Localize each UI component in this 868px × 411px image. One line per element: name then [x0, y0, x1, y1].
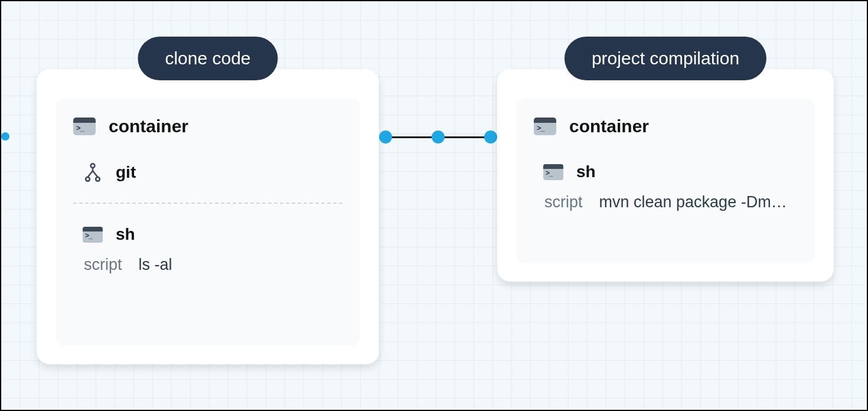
step-git[interactable]: git [73, 156, 342, 187]
pipeline-canvas[interactable]: clone code container [0, 0, 868, 411]
svg-point-1 [86, 177, 90, 181]
script-key: script [544, 193, 583, 211]
stage-body: container git [56, 99, 360, 345]
step-sh[interactable]: sh script ls -al [73, 219, 342, 279]
svg-point-2 [96, 177, 100, 181]
script-value: ls -al [139, 256, 172, 274]
stage-body: container sh script mvn clean package -D… [516, 99, 815, 263]
step-name: sh [116, 225, 135, 244]
stage-title-pill[interactable]: clone code [138, 37, 278, 80]
step-name: sh [576, 162, 596, 181]
container-label: container [109, 116, 188, 136]
git-branch-icon [83, 162, 103, 182]
container-header[interactable]: container [73, 116, 342, 136]
container-label: container [569, 116, 649, 136]
terminal-icon [534, 118, 556, 135]
terminal-icon [543, 164, 563, 180]
script-key: script [84, 256, 122, 274]
container-header[interactable]: container [534, 116, 797, 136]
step-script-row: script ls -al [84, 256, 342, 274]
step-script-row: script mvn clean package -Dm… [544, 193, 797, 211]
incoming-connector-dot [1, 132, 9, 141]
script-value: mvn clean package -Dm… [599, 193, 787, 211]
connector-dot[interactable] [379, 131, 392, 143]
stage-connector[interactable] [379, 130, 497, 144]
stage-card-project-compilation[interactable]: project compilation container sh script … [497, 69, 834, 282]
terminal-icon [83, 227, 103, 243]
stage-title-pill[interactable]: project compilation [564, 37, 766, 80]
connector-dot[interactable] [432, 131, 445, 143]
svg-point-0 [91, 164, 95, 168]
stage-card-clone-code[interactable]: clone code container [37, 69, 379, 364]
step-sh[interactable]: sh script mvn clean package -Dm… [534, 156, 797, 216]
step-divider [73, 203, 342, 204]
stage-title: clone code [165, 48, 250, 68]
terminal-icon [73, 118, 96, 135]
connector-dot[interactable] [484, 131, 497, 143]
step-name: git [116, 163, 136, 182]
stage-title: project compilation [592, 48, 739, 68]
